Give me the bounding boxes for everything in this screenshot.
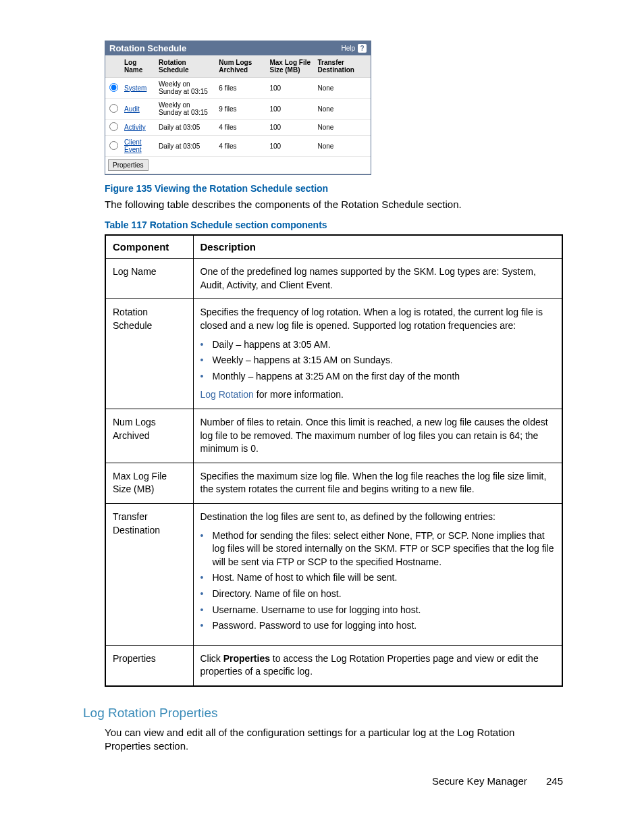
- component-description-table: Component Description Log Name One of th…: [105, 234, 563, 687]
- list-item: Host. Name of host to which file will be…: [213, 570, 556, 586]
- desc-intro: Specifies the frequency of log rotation.…: [200, 306, 556, 332]
- col-rotation: Rotation Schedule: [156, 55, 216, 78]
- row-radio-audit[interactable]: [109, 104, 118, 113]
- cell-rotation: Daily at 03:05: [156, 136, 216, 157]
- row-radio-clientevent[interactable]: [109, 141, 118, 150]
- page-number: 245: [546, 775, 563, 787]
- desc-row-rotation: Rotation Schedule Specifies the frequenc…: [105, 299, 562, 409]
- desc-row-maxsize: Max Log File Size (MB) Specifies the max…: [105, 463, 562, 503]
- table-row: System Weekly on Sunday at 03:15 6 files…: [105, 78, 371, 99]
- desc-cell: Specifies the maximum size log file. Whe…: [193, 463, 562, 503]
- cell-rotation: Daily at 03:05: [156, 120, 216, 136]
- props-bold: Properties: [223, 653, 270, 664]
- list-item: Weekly – happens at 3:15 AM on Sundays.: [213, 353, 556, 369]
- th-component: Component: [105, 235, 193, 259]
- rotation-schedule-table: Log Name Rotation Schedule Num Logs Arch…: [105, 55, 371, 174]
- comp-cell: Log Name: [105, 259, 193, 299]
- col-numlogs: Num Logs Archived: [216, 55, 267, 78]
- desc-intro: Destination the log files are sent to, a…: [200, 511, 556, 524]
- comp-cell: Rotation Schedule: [105, 299, 193, 409]
- col-logname: Log Name: [122, 55, 156, 78]
- link-tail: for more information.: [254, 389, 344, 400]
- desc-cell: One of the predefined log names supporte…: [193, 259, 562, 299]
- props-pre: Click: [200, 653, 223, 664]
- comp-cell: Properties: [105, 645, 193, 686]
- rotation-schedule-panel: Rotation Schedule Help ? Log Name Rotati…: [105, 41, 371, 175]
- help-icon: ?: [358, 44, 367, 53]
- col-maxsize: Max Log File Size (MB): [267, 55, 315, 78]
- cell-maxsize: 100: [267, 99, 315, 120]
- cell-numlogs: 4 files: [216, 120, 267, 136]
- logname-link[interactable]: Audit: [124, 105, 140, 113]
- section-heading-log-rotation-properties: Log Rotation Properties: [83, 706, 563, 721]
- table-footer-row: Properties: [105, 157, 371, 174]
- panel-titlebar: Rotation Schedule Help ?: [105, 41, 371, 55]
- col-transfer: Transfer Destination: [315, 55, 371, 78]
- desc-row-transfer: Transfer Destination Destination the log…: [105, 503, 562, 645]
- desc-row-logname: Log Name One of the predefined log names…: [105, 259, 562, 299]
- cell-transfer: None: [315, 99, 371, 120]
- table-row: Client Event Daily at 03:05 4 files 100 …: [105, 136, 371, 157]
- panel-title: Rotation Schedule: [109, 43, 186, 53]
- desc-link-line: Log Rotation for more information.: [200, 388, 556, 402]
- cell-transfer: None: [315, 136, 371, 157]
- cell-numlogs: 9 files: [216, 99, 267, 120]
- cell-maxsize: 100: [267, 78, 315, 99]
- th-description: Description: [193, 235, 562, 259]
- help-link[interactable]: Help ?: [341, 44, 367, 53]
- list-item: Daily – happens at 3:05 AM.: [213, 337, 556, 353]
- comp-cell: Num Logs Archived: [105, 409, 193, 463]
- desc-cell: Number of files to retain. Once this lim…: [193, 409, 562, 463]
- paragraph: The following table describes the compon…: [105, 198, 563, 211]
- cell-transfer: None: [315, 120, 371, 136]
- list-item: Directory. Name of file on host.: [213, 586, 556, 602]
- footer-title: Secure Key Manager: [432, 775, 527, 787]
- log-rotation-link[interactable]: Log Rotation: [200, 389, 254, 400]
- row-radio-system[interactable]: [109, 83, 118, 92]
- list-item: Password. Password to use for logging in…: [213, 618, 556, 634]
- table-row: Audit Weekly on Sunday at 03:15 9 files …: [105, 99, 371, 120]
- cell-rotation: Weekly on Sunday at 03:15: [156, 99, 216, 120]
- desc-row-properties: Properties Click Properties to access th…: [105, 645, 562, 686]
- table-row: Activity Daily at 03:05 4 files 100 None: [105, 120, 371, 136]
- col-radio: [105, 55, 122, 78]
- desc-cell: Destination the log files are sent to, a…: [193, 503, 562, 645]
- properties-button[interactable]: Properties: [108, 159, 149, 171]
- list-item: Method for sending the files: select eit…: [213, 528, 556, 571]
- cell-numlogs: 6 files: [216, 78, 267, 99]
- cell-maxsize: 100: [267, 120, 315, 136]
- cell-maxsize: 100: [267, 136, 315, 157]
- comp-cell: Transfer Destination: [105, 503, 193, 645]
- help-label: Help: [341, 45, 355, 52]
- cell-transfer: None: [315, 78, 371, 99]
- cell-rotation: Weekly on Sunday at 03:15: [156, 78, 216, 99]
- logname-link[interactable]: System: [124, 84, 146, 92]
- list-item: Monthly – happens at 3:25 AM on the firs…: [213, 369, 556, 385]
- desc-row-numlogs: Num Logs Archived Number of files to ret…: [105, 409, 562, 463]
- comp-cell: Max Log File Size (MB): [105, 463, 193, 503]
- cell-numlogs: 4 files: [216, 136, 267, 157]
- paragraph: You can view and edit all of the configu…: [105, 726, 563, 754]
- desc-cell: Click Properties to access the Log Rotat…: [193, 645, 562, 686]
- logname-link[interactable]: Client Event: [124, 138, 142, 153]
- table-caption: Table 117 Rotation Schedule section comp…: [105, 219, 563, 230]
- figure-caption: Figure 135 Viewing the Rotation Schedule…: [105, 183, 563, 194]
- list-item: Username. Username to use for logging in…: [213, 602, 556, 619]
- row-radio-activity[interactable]: [109, 122, 118, 131]
- page-footer: Secure Key Manager 245: [432, 775, 563, 787]
- desc-cell: Specifies the frequency of log rotation.…: [193, 299, 562, 409]
- logname-link[interactable]: Activity: [124, 124, 146, 131]
